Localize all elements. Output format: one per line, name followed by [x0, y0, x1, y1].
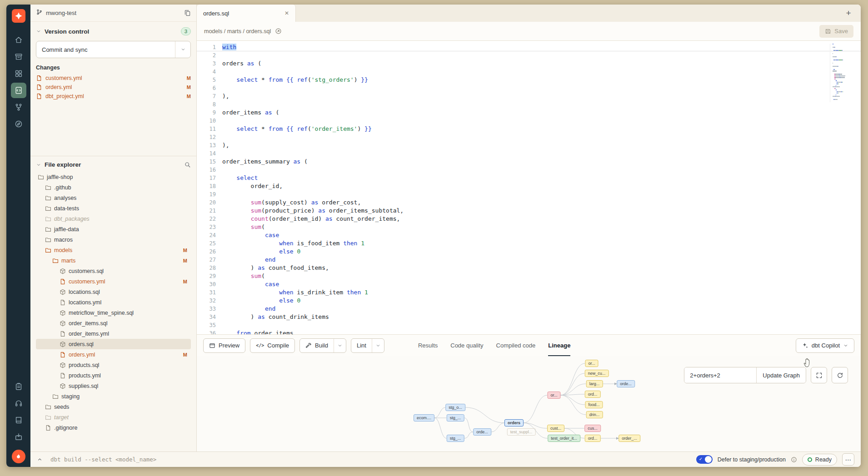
tree-file-locations.yml[interactable]: locations.yml — [36, 297, 191, 307]
tree-file-orders.yml[interactable]: orders.ymlM — [36, 349, 191, 360]
tab-results[interactable]: Results — [418, 335, 438, 356]
lineage-selector-input[interactable] — [684, 367, 756, 383]
lineage-node-stg_c[interactable]: stg_... — [447, 435, 464, 442]
new-tab-button[interactable]: + — [842, 5, 855, 22]
line-number: 31 — [197, 288, 222, 297]
collapse-version-control-icon[interactable] — [36, 29, 41, 34]
tree-file-.gitignore[interactable]: .gitignore — [36, 422, 191, 433]
lineage-node-ord_r[interactable]: orde... — [617, 380, 635, 387]
lineage-node-test_ord[interactable]: test_order_it... — [548, 435, 580, 442]
open-link-icon[interactable] — [275, 28, 282, 35]
close-tab-icon[interactable]: ✕ — [284, 10, 289, 16]
tree-folder-data-tests[interactable]: data-tests — [36, 203, 191, 213]
lineage-node-or_y[interactable]: or... — [585, 360, 598, 367]
home-icon[interactable] — [11, 32, 26, 48]
lineage-node-or_p[interactable]: or... — [547, 392, 560, 399]
lineage-node-larg[interactable]: larg... — [586, 380, 603, 387]
breadcrumb-bar: models / marts / orders.sql Save — [197, 22, 861, 41]
tree-file-order_items.yml[interactable]: order_items.yml — [36, 328, 191, 339]
version-control-icon[interactable] — [11, 99, 26, 115]
more-options-button[interactable]: ⋯ — [842, 453, 854, 466]
dbt-copilot-button[interactable]: dbt Copilot — [796, 338, 854, 353]
tree-folder-jaffle-shop[interactable]: jaffle-shop — [36, 172, 191, 182]
lineage-node-new_cu[interactable]: new_cu... — [585, 370, 609, 377]
lint-button[interactable]: Lint — [351, 338, 384, 353]
expand-command-bar-icon[interactable] — [37, 456, 43, 462]
inbox-icon[interactable] — [11, 429, 26, 445]
ready-dot-icon — [808, 457, 812, 462]
changed-file[interactable]: customers.ymlM — [36, 74, 191, 83]
collapse-file-explorer-icon[interactable] — [36, 162, 41, 168]
tree-file-orders.sql[interactable]: orders.sql — [36, 339, 191, 349]
lineage-node-ecom[interactable]: ecom.... — [414, 414, 434, 421]
tree-file-products.sql[interactable]: products.sql — [36, 360, 191, 370]
tree-file-locations.sql[interactable]: locations.sql — [36, 287, 191, 297]
tab-compiled-code[interactable]: Compiled code — [496, 335, 536, 356]
build-dropdown-chevron-icon[interactable] — [334, 339, 346, 352]
refresh-button[interactable] — [832, 367, 848, 383]
tab-lineage[interactable]: Lineage — [548, 335, 570, 356]
project-name[interactable]: mwong-test — [46, 10, 76, 16]
compile-button[interactable]: </>Compile — [250, 338, 295, 353]
lineage-node-orders[interactable]: orders — [504, 419, 524, 426]
tree-file-products.yml[interactable]: products.yml — [36, 370, 191, 381]
update-graph-button[interactable]: Update Graph — [756, 367, 806, 383]
explore-icon[interactable] — [11, 116, 26, 132]
info-icon[interactable] — [791, 456, 797, 463]
changed-file[interactable]: orders.ymlM — [36, 83, 191, 92]
minimap[interactable] — [830, 44, 855, 102]
lineage-node-stg_b[interactable]: stg_... — [447, 414, 464, 421]
lint-dropdown-chevron-icon[interactable] — [372, 339, 384, 352]
code-line: 2 — [197, 51, 861, 60]
lineage-node-drin[interactable]: drin... — [586, 411, 603, 418]
user-avatar[interactable] — [12, 450, 25, 463]
tree-file-metricflow_time_spine.sql[interactable]: metricflow_time_spine.sql — [36, 307, 191, 318]
docs-icon[interactable] — [11, 412, 26, 428]
lineage-node-ord_mid[interactable]: orde... — [473, 428, 491, 436]
tree-folder-macros[interactable]: macros — [36, 234, 191, 245]
tree-folder-dbt_packages[interactable]: dbt_packages — [36, 213, 191, 224]
tree-folder-.github[interactable]: .github — [36, 182, 191, 193]
tree-folder-seeds[interactable]: seeds — [36, 402, 191, 412]
lineage-node-ord_2[interactable]: ord... — [585, 435, 601, 442]
support-icon[interactable] — [11, 396, 26, 411]
ide-icon[interactable] — [11, 83, 26, 98]
tree-folder-jaffle-data[interactable]: jaffle-data — [36, 224, 191, 234]
tree-folder-analyses[interactable]: analyses — [36, 193, 191, 203]
dbt-logo-icon[interactable] — [12, 9, 25, 23]
lineage-node-ord_1[interactable]: ord... — [585, 391, 601, 398]
copy-branch-icon[interactable] — [184, 10, 191, 16]
defer-toggle[interactable] — [696, 455, 713, 464]
build-button[interactable]: Build — [299, 338, 346, 353]
sidebar: mwong-test Version control 3 Commit and … — [30, 5, 197, 451]
preview-button[interactable]: Preview — [203, 338, 245, 353]
tree-folder-models[interactable]: modelsM — [36, 245, 191, 255]
tree-file-customers.yml[interactable]: customers.ymlM — [36, 276, 191, 287]
tree-file-order_items.sql[interactable]: order_items.sql — [36, 318, 191, 328]
apps-icon[interactable] — [11, 66, 26, 81]
tab-orders-sql[interactable]: orders.sql ✕ — [197, 5, 296, 22]
tree-folder-marts[interactable]: martsM — [36, 255, 191, 266]
warehouse-icon[interactable] — [11, 49, 26, 64]
line-number: 20 — [197, 198, 222, 207]
tree-file-customers.sql[interactable]: customers.sql — [36, 266, 191, 276]
lineage-node-food[interactable]: food... — [585, 401, 603, 408]
commit-options-chevron-icon[interactable] — [175, 41, 190, 58]
checklist-icon[interactable] — [11, 379, 26, 394]
lineage-node-order_r[interactable]: order_... — [619, 435, 640, 442]
code-editor[interactable]: 1with23orders as (45 select * from {{ re… — [197, 41, 861, 334]
lineage-node-cust[interactable]: cust... — [547, 425, 564, 432]
tree-folder-staging[interactable]: staging — [36, 391, 191, 402]
tab-code-quality[interactable]: Code quality — [450, 335, 483, 356]
lineage-node-cus_p[interactable]: cus... — [584, 425, 601, 432]
commit-and-sync-button[interactable]: Commit and sync — [36, 41, 191, 58]
compile-icon: </> — [256, 343, 264, 348]
save-button[interactable]: Save — [819, 25, 853, 38]
command-input[interactable]: dbt build --select <model_name> — [50, 456, 156, 463]
changed-file[interactable]: dbt_project.ymlM — [36, 92, 191, 101]
tree-file-supplies.sql[interactable]: supplies.sql — [36, 381, 191, 391]
lineage-node-stg_a[interactable]: stg_o... — [445, 404, 465, 411]
tree-folder-target[interactable]: target — [36, 412, 191, 422]
lineage-node-test_supply[interactable]: test_suppl... — [507, 428, 536, 436]
search-icon[interactable] — [184, 161, 191, 168]
